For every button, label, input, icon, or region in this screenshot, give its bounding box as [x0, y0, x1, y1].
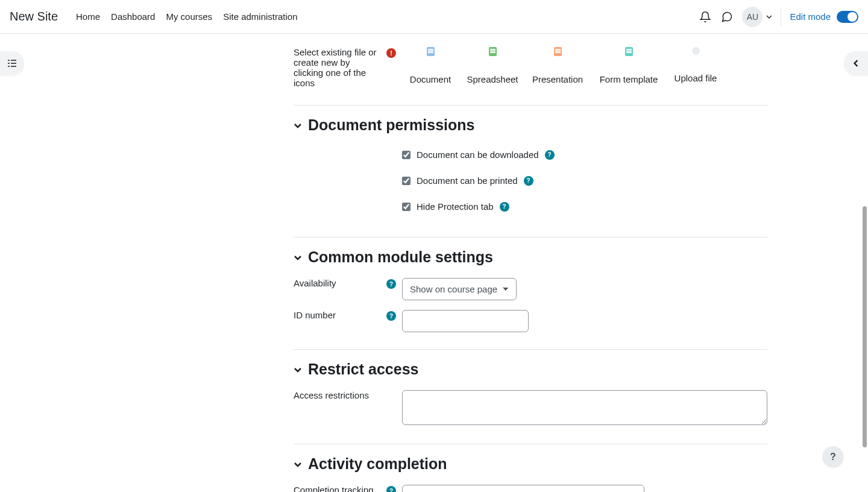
filetype-picker: Document Spreadsheet Presentation Form t…: [402, 47, 767, 84]
required-icon: !: [386, 48, 396, 58]
messages-icon[interactable]: [720, 10, 734, 24]
navbar-right: AU Edit mode: [699, 7, 858, 27]
completion-tracking-label: Completion tracking: [294, 485, 380, 492]
availability-select[interactable]: Show on course page: [402, 278, 517, 300]
chevron-down-icon: [294, 121, 302, 130]
availability-label: Availability: [294, 278, 380, 288]
filetype-presentation-label: Presentation: [532, 74, 583, 84]
svg-rect-2: [8, 63, 10, 64]
avatar: AU: [742, 7, 763, 27]
filetype-form-template-label: Form template: [600, 74, 658, 84]
divider: [781, 8, 781, 26]
checkbox-hide-protection-label[interactable]: Hide Protection tab: [417, 201, 494, 212]
section-title: Activity completion: [308, 455, 447, 473]
nav-home[interactable]: Home: [76, 11, 100, 22]
checkbox-print-label[interactable]: Document can be printed: [417, 175, 518, 186]
svg-rect-1: [11, 60, 16, 61]
notifications-icon[interactable]: [699, 10, 712, 24]
select-file-row: Select existing file or create new by cl…: [294, 42, 767, 93]
user-menu[interactable]: AU: [742, 7, 772, 27]
help-fab-button[interactable]: ?: [822, 446, 844, 468]
checkbox-row-download: Document can be downloaded ?: [402, 146, 767, 163]
completion-tracking-select[interactable]: Students can manually mark the activity …: [402, 485, 644, 492]
help-icon[interactable]: ?: [524, 176, 533, 186]
access-restrictions-row: Access restrictions: [294, 385, 767, 432]
access-restrictions-textarea[interactable]: [402, 390, 767, 425]
id-number-row: ID number ?: [294, 305, 767, 337]
checkbox-hide-protection[interactable]: [402, 203, 410, 211]
availability-row: Availability ? Show on course page: [294, 273, 767, 305]
spreadsheet-icon: [489, 47, 497, 56]
help-icon[interactable]: ?: [545, 150, 555, 160]
checkbox-download[interactable]: [402, 151, 410, 159]
id-number-input[interactable]: [402, 310, 529, 332]
id-number-label: ID number: [294, 310, 380, 320]
document-icon: [427, 47, 435, 56]
filetype-spreadsheet[interactable]: Spreadsheet: [464, 47, 521, 84]
section-header-restrict-access[interactable]: Restrict access: [294, 350, 767, 385]
doc-perms-body: Document can be downloaded ? Document ca…: [294, 141, 767, 225]
checkbox-row-print: Document can be printed ?: [402, 172, 767, 189]
help-icon[interactable]: ?: [500, 202, 509, 212]
help-icon[interactable]: ?: [386, 486, 396, 492]
section-title: Document permissions: [308, 116, 474, 134]
help-icon[interactable]: ?: [386, 311, 396, 321]
svg-rect-3: [11, 63, 16, 64]
chevron-down-icon: [294, 460, 302, 468]
svg-rect-4: [8, 66, 10, 67]
primary-nav: Home Dashboard My courses Site administr…: [76, 11, 298, 22]
filetype-upload-file-label: Upload file: [675, 73, 717, 83]
nav-my-courses[interactable]: My courses: [166, 11, 212, 22]
select-file-label: Select existing file or create new by cl…: [294, 47, 380, 88]
site-brand[interactable]: New Site: [10, 10, 58, 24]
filetype-presentation[interactable]: Presentation: [526, 47, 589, 84]
filetype-form-template[interactable]: Form template: [594, 47, 664, 84]
nav-site-administration[interactable]: Site administration: [223, 11, 297, 22]
access-restrictions-label: Access restrictions: [294, 390, 396, 400]
section-header-common-module[interactable]: Common module settings: [294, 238, 767, 273]
open-course-index-button[interactable]: [0, 51, 24, 75]
presentation-icon: [554, 47, 562, 56]
upload-file-icon: [692, 47, 700, 55]
section-title: Restrict access: [308, 361, 418, 378]
edit-mode-toggle[interactable]: [837, 11, 858, 23]
chevron-down-icon: [294, 365, 302, 374]
section-header-activity-completion[interactable]: Activity completion: [294, 444, 767, 480]
chevron-down-icon: [766, 14, 772, 20]
completion-tracking-row: Completion tracking ? Students can manua…: [294, 480, 767, 492]
section-header-document-permissions[interactable]: Document permissions: [294, 106, 767, 141]
filetype-document-label: Document: [410, 74, 451, 84]
checkbox-download-label[interactable]: Document can be downloaded: [417, 150, 539, 160]
chevron-down-icon: [294, 253, 302, 262]
filetype-upload-file[interactable]: Upload file: [668, 47, 723, 84]
help-icon[interactable]: ?: [386, 279, 396, 289]
edit-mode-label: Edit mode: [790, 11, 831, 22]
checkbox-print[interactable]: [402, 177, 410, 185]
svg-rect-0: [8, 60, 10, 61]
main-form: Select existing file or create new by cl…: [101, 0, 767, 492]
edit-mode-toggle-wrap: Edit mode: [790, 11, 858, 23]
nav-dashboard[interactable]: Dashboard: [111, 11, 155, 22]
checkbox-row-hide-protection: Hide Protection tab ?: [402, 198, 767, 215]
open-block-drawer-button[interactable]: [844, 51, 868, 75]
filetype-document[interactable]: Document: [402, 47, 459, 84]
top-navbar: New Site Home Dashboard My courses Site …: [0, 0, 868, 34]
svg-rect-5: [11, 66, 16, 67]
section-title: Common module settings: [308, 248, 493, 266]
scrollbar[interactable]: [863, 206, 867, 447]
form-template-icon: [625, 47, 633, 56]
filetype-spreadsheet-label: Spreadsheet: [467, 74, 518, 84]
